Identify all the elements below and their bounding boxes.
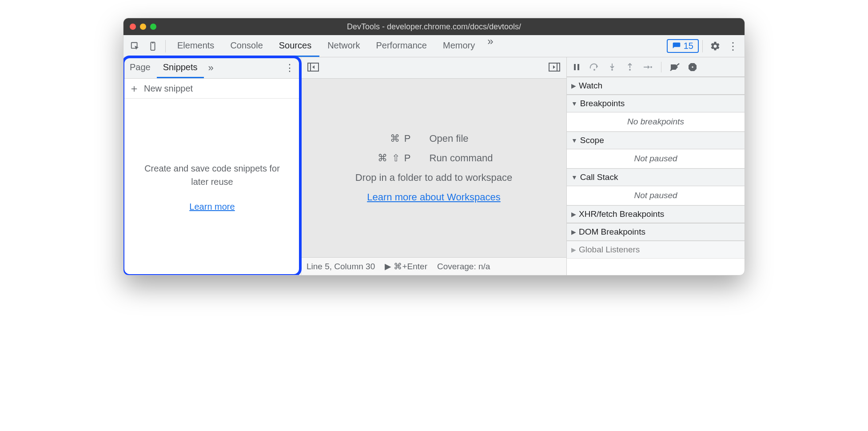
minimize-window-button[interactable] bbox=[140, 24, 146, 30]
section-watch[interactable]: ▶Watch bbox=[567, 77, 745, 95]
chevron-right-icon: ▶ bbox=[571, 82, 576, 89]
workspaces-learn-more-link[interactable]: Learn more about Workspaces bbox=[367, 192, 500, 203]
kebab-menu-icon[interactable]: ⋮ bbox=[726, 39, 740, 53]
svg-point-10 bbox=[611, 69, 613, 71]
tab-performance[interactable]: Performance bbox=[368, 35, 435, 57]
navigator-pane: Page Snippets » ⋮ ＋ New snippet Create a… bbox=[123, 57, 301, 275]
section-global-listeners[interactable]: ▶Global Listeners bbox=[567, 241, 745, 259]
shortcut-run-command-label: Run command bbox=[430, 152, 518, 164]
devtools-window: DevTools - developer.chrome.com/docs/dev… bbox=[123, 18, 745, 275]
plus-icon: ＋ bbox=[129, 83, 139, 94]
new-snippet-button[interactable]: ＋ New snippet bbox=[123, 79, 301, 99]
main-tabs: Elements Console Sources Network Perform… bbox=[169, 35, 498, 57]
shortcut-open-file-label: Open file bbox=[430, 133, 518, 144]
chevron-right-icon: ▶ bbox=[571, 228, 576, 235]
step-icon[interactable] bbox=[641, 61, 654, 73]
coverage-status: Coverage: n/a bbox=[437, 262, 490, 271]
shortcut-run-command-keys: ⌘ ⇧ P bbox=[350, 152, 412, 164]
shortcut-open-file: ⌘ P Open file bbox=[350, 133, 518, 144]
callstack-body: Not paused bbox=[567, 186, 745, 205]
editor-pane: ⌘ P Open file ⌘ ⇧ P Run command Drop in … bbox=[301, 57, 567, 275]
svg-point-9 bbox=[593, 69, 595, 71]
window-title: DevTools - developer.chrome.com/docs/dev… bbox=[123, 22, 745, 32]
new-snippet-label: New snippet bbox=[144, 84, 193, 94]
pause-icon[interactable] bbox=[570, 61, 583, 73]
tab-sources[interactable]: Sources bbox=[271, 35, 319, 57]
traffic-lights bbox=[130, 24, 156, 30]
svg-rect-7 bbox=[574, 64, 576, 70]
window-titlebar: DevTools - developer.chrome.com/docs/dev… bbox=[123, 18, 745, 35]
run-snippet-button[interactable]: ▶ ⌘+Enter bbox=[385, 261, 427, 271]
inspect-element-icon[interactable] bbox=[128, 39, 142, 53]
snippets-learn-more-link[interactable]: Learn more bbox=[189, 202, 235, 212]
editor-status-bar: Line 5, Column 30 ▶ ⌘+Enter Coverage: n/… bbox=[301, 257, 566, 275]
navigator-tabs: Page Snippets » ⋮ bbox=[123, 57, 301, 79]
workspace-drop-hint: Drop in a folder to add to workspace bbox=[355, 172, 512, 184]
pause-on-exceptions-icon[interactable] bbox=[686, 61, 699, 73]
scope-body: Not paused bbox=[567, 149, 745, 168]
close-window-button[interactable] bbox=[130, 24, 136, 30]
svg-rect-14 bbox=[692, 66, 693, 68]
hide-navigator-icon[interactable] bbox=[306, 61, 321, 75]
debugger-controls bbox=[567, 57, 745, 77]
panels-body: Page Snippets » ⋮ ＋ New snippet Create a… bbox=[123, 57, 745, 275]
navigator-tab-page[interactable]: Page bbox=[123, 57, 157, 78]
chevron-down-icon: ▼ bbox=[571, 100, 577, 107]
navigator-more-tabs-icon[interactable]: » bbox=[204, 62, 218, 74]
snippets-empty-state: Create and save code snippets for later … bbox=[123, 99, 301, 275]
tab-console[interactable]: Console bbox=[222, 35, 271, 57]
step-out-icon[interactable] bbox=[624, 61, 636, 73]
chevron-down-icon: ▼ bbox=[571, 137, 577, 144]
issues-badge[interactable]: 15 bbox=[667, 39, 699, 53]
tab-elements[interactable]: Elements bbox=[169, 35, 222, 57]
shortcut-run-command: ⌘ ⇧ P Run command bbox=[350, 152, 518, 164]
step-over-icon[interactable] bbox=[588, 61, 601, 73]
svg-rect-1 bbox=[151, 42, 155, 50]
tab-network[interactable]: Network bbox=[319, 35, 368, 57]
more-tabs-icon[interactable]: » bbox=[483, 35, 498, 57]
editor-empty-state: ⌘ P Open file ⌘ ⇧ P Run command Drop in … bbox=[301, 79, 566, 257]
chevron-right-icon: ▶ bbox=[571, 211, 576, 218]
svg-point-11 bbox=[629, 69, 631, 71]
tab-memory[interactable]: Memory bbox=[435, 35, 483, 57]
deactivate-breakpoints-icon[interactable] bbox=[669, 61, 681, 73]
breakpoints-body: No breakpoints bbox=[567, 112, 745, 132]
section-dom-breakpoints[interactable]: ▶DOM Breakpoints bbox=[567, 223, 745, 241]
hide-debugger-icon[interactable] bbox=[547, 61, 562, 75]
chevron-down-icon: ▼ bbox=[571, 174, 577, 181]
device-toggle-icon[interactable] bbox=[146, 39, 160, 53]
step-into-icon[interactable] bbox=[606, 61, 618, 73]
chevron-right-icon: ▶ bbox=[571, 246, 576, 253]
cursor-position: Line 5, Column 30 bbox=[307, 262, 375, 271]
section-scope[interactable]: ▼Scope bbox=[567, 132, 745, 149]
navigator-kebab-icon[interactable]: ⋮ bbox=[279, 62, 301, 74]
issues-count: 15 bbox=[684, 41, 693, 51]
maximize-window-button[interactable] bbox=[150, 24, 156, 30]
editor-tab-bar bbox=[301, 57, 566, 79]
navigator-tab-snippets[interactable]: Snippets bbox=[157, 57, 204, 78]
shortcut-open-file-keys: ⌘ P bbox=[350, 133, 412, 144]
snippets-empty-text: Create and save code snippets for later … bbox=[141, 162, 283, 188]
section-xhr-breakpoints[interactable]: ▶XHR/fetch Breakpoints bbox=[567, 205, 745, 223]
svg-rect-8 bbox=[577, 64, 579, 70]
section-call-stack[interactable]: ▼Call Stack bbox=[567, 168, 745, 186]
svg-point-12 bbox=[650, 66, 652, 68]
debugger-pane: ▶Watch ▼Breakpoints No breakpoints ▼Scop… bbox=[567, 57, 745, 275]
settings-icon[interactable] bbox=[708, 39, 722, 53]
section-breakpoints[interactable]: ▼Breakpoints bbox=[567, 95, 745, 112]
main-toolbar: Elements Console Sources Network Perform… bbox=[123, 35, 745, 57]
